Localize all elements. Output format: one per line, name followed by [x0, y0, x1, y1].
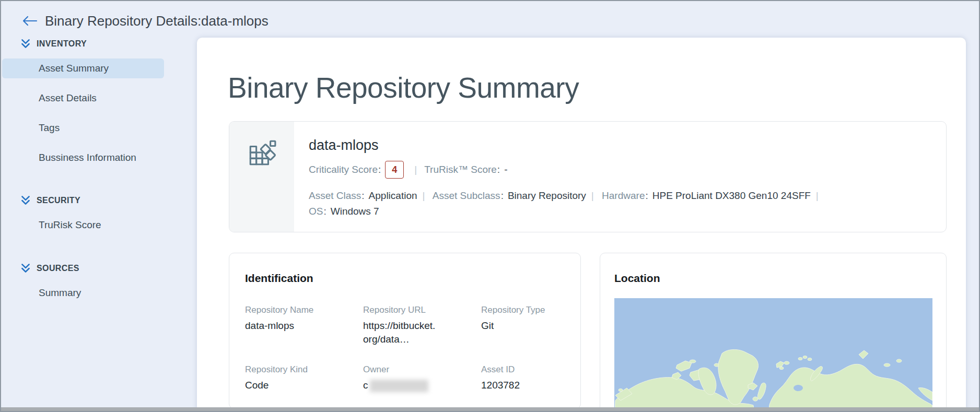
- sidebar-item-label: Tags: [39, 122, 60, 134]
- sidebar-items-inventory: Asset Summary Asset Details Tags Bussine…: [1, 58, 197, 168]
- sidebar-item[interactable]: TruRisk Score: [2, 215, 164, 235]
- sidebar-item-label: Asset Details: [39, 92, 97, 104]
- criticality-label: Criticality Score: [309, 164, 378, 175]
- field-value: https://bitbucket.org/data…: [363, 319, 436, 346]
- identification-field: Repository Name data-mlops: [245, 304, 363, 346]
- sidebar-item-label: Asset Summary: [39, 63, 109, 74]
- field-label: Owner: [363, 364, 481, 375]
- identification-field: Repository Kind Code: [245, 364, 363, 392]
- identification-card: Identification Repository Name data-mlop…: [229, 253, 581, 409]
- sidebar-section-inventory: INVENTORY Asset Summary Asset Details Ta…: [1, 39, 197, 178]
- sidebar: INVENTORY Asset Summary Asset Details Ta…: [1, 33, 197, 411]
- double-chevron-down-icon: [20, 263, 31, 274]
- identification-field: Owner c: [363, 364, 481, 392]
- sidebar-item[interactable]: Asset Details: [2, 88, 164, 108]
- asset-attribute: Asset Subclass:Binary Repository|: [433, 190, 599, 201]
- world-map-svg: [614, 298, 932, 412]
- redacted-value-blur: [370, 380, 428, 392]
- field-value: data-mlops: [245, 319, 363, 333]
- window-bottom-border: [1, 407, 979, 411]
- field-label: Repository Kind: [245, 364, 363, 375]
- identification-fields: Repository Name data-mlops Repository UR…: [245, 304, 565, 392]
- location-title: Location: [614, 272, 932, 285]
- asset-summary-card: data-mlops Criticality Score: 4 | TruRis…: [229, 121, 947, 232]
- section-header-inventory[interactable]: INVENTORY: [1, 39, 197, 49]
- sidebar-section-sources: SOURCES Summary: [1, 263, 197, 313]
- field-label: Repository Type: [481, 304, 565, 316]
- sidebar-items-security: TruRisk Score: [1, 215, 197, 235]
- field-value: c: [363, 379, 481, 392]
- sidebar-item[interactable]: Bussiness Information: [2, 148, 164, 168]
- sidebar-item[interactable]: Summary: [2, 283, 164, 303]
- world-map: [614, 298, 932, 412]
- attribute-row-2: OS:Windows 7|: [309, 204, 946, 219]
- field-label: Repository Name: [245, 304, 363, 316]
- asset-attribute: OS:Windows 7|: [309, 206, 379, 217]
- section-label: INVENTORY: [37, 39, 87, 49]
- section-label: SOURCES: [37, 264, 79, 273]
- identification-title: Identification: [245, 272, 565, 285]
- field-label: Repository URL: [363, 304, 481, 316]
- attribute-row-1: Asset Class:Application| Asset Subclass:…: [309, 188, 946, 204]
- titlebar: Binary Repository Details:data-mlops: [1, 1, 979, 33]
- sidebar-item[interactable]: Asset Summary: [2, 58, 164, 78]
- sidebar-items-sources: Summary: [1, 283, 197, 303]
- location-card: Location: [600, 253, 947, 412]
- app-window: Binary Repository Details:data-mlops INV…: [0, 0, 980, 412]
- asset-attributes: Asset Class:Application| Asset Subclass:…: [309, 188, 946, 219]
- section-label: SECURITY: [37, 196, 80, 205]
- field-value: 1203782: [481, 379, 565, 392]
- field-value: Code: [245, 379, 363, 392]
- page-title: Binary Repository Summary: [228, 71, 579, 104]
- asset-info: data-mlops Criticality Score: 4 | TruRis…: [294, 122, 946, 232]
- double-chevron-down-icon: [20, 195, 31, 206]
- trurisk-label: TruRisk™ Score: [424, 164, 497, 175]
- back-arrow-icon[interactable]: [21, 15, 38, 27]
- asset-icon-box: [229, 122, 294, 232]
- identification-field: Repository URL https://bitbucket.org/dat…: [363, 304, 481, 346]
- separator: |: [407, 164, 424, 175]
- sidebar-item-label: Bussiness Information: [39, 152, 136, 163]
- sidebar-item[interactable]: Tags: [2, 118, 164, 138]
- double-chevron-down-icon: [20, 38, 31, 50]
- criticality-score-badge: 4: [385, 161, 404, 179]
- trurisk-value: -: [504, 164, 507, 175]
- asset-name: data-mlops: [309, 137, 946, 154]
- asset-attribute: Hardware:HPE ProLiant DX380 Gen10 24SFF|: [602, 190, 824, 201]
- binary-repository-icon: [247, 138, 277, 169]
- sidebar-item-label: Summary: [39, 287, 81, 299]
- sidebar-item-label: TruRisk Score: [39, 219, 101, 231]
- score-row: Criticality Score: 4 | TruRisk™ Score: -: [309, 160, 946, 179]
- section-header-sources[interactable]: SOURCES: [1, 263, 197, 274]
- section-header-security[interactable]: SECURITY: [1, 195, 197, 206]
- asset-attribute: Asset Class:Application|: [309, 190, 430, 201]
- main-panel: Binary Repository Summary: [197, 38, 966, 412]
- field-value: Git: [481, 319, 565, 333]
- sidebar-section-security: SECURITY TruRisk Score: [1, 195, 197, 245]
- identification-field: Repository Type Git: [481, 304, 565, 346]
- window-title: Binary Repository Details:data-mlops: [45, 13, 269, 29]
- field-label: Asset ID: [481, 364, 565, 375]
- identification-field: Asset ID 1203782: [481, 364, 565, 392]
